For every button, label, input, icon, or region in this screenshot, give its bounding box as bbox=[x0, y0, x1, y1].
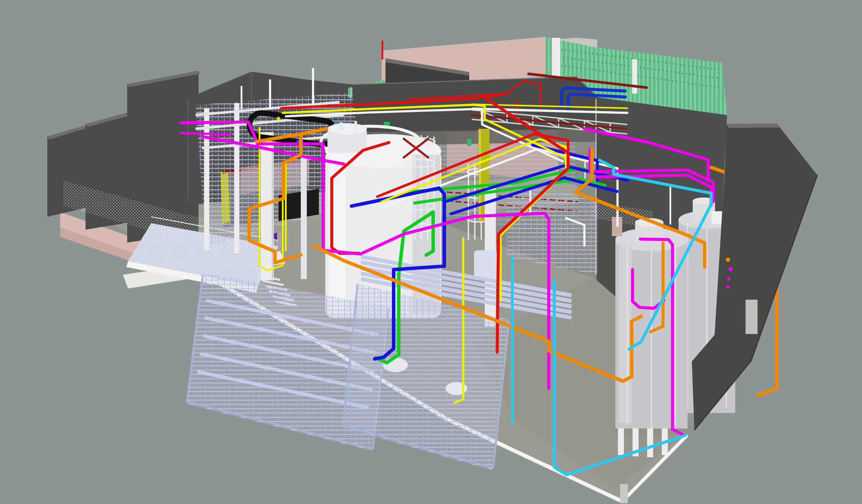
antenna-rod bbox=[312, 68, 314, 109]
small-drum bbox=[474, 250, 497, 280]
frame-column bbox=[204, 109, 209, 250]
magenta-wall-dot bbox=[727, 277, 731, 281]
antenna-rod bbox=[241, 86, 242, 109]
green-box-small bbox=[467, 139, 471, 146]
right-wall-bevel bbox=[726, 124, 779, 128]
yellow-dot bbox=[277, 117, 280, 120]
white-column-on-green-wall-2 bbox=[632, 59, 637, 94]
tank-b-motor bbox=[712, 211, 723, 224]
tank-a-highlight bbox=[619, 243, 632, 423]
3d-viewport[interactable] bbox=[0, 0, 862, 504]
magenta-wall-dot bbox=[728, 267, 733, 271]
antenna-rod bbox=[269, 79, 271, 109]
floor-edge-door bbox=[620, 484, 628, 503]
magenta-wall-dot bbox=[726, 285, 730, 288]
tank-cap-top bbox=[327, 123, 367, 134]
rod bbox=[669, 184, 671, 225]
orange-wall-dot bbox=[726, 258, 730, 262]
magenta-pipe-run bbox=[180, 133, 231, 134]
wall-door bbox=[746, 300, 758, 334]
white-column-2 bbox=[301, 155, 307, 279]
tank-nozzle bbox=[355, 121, 357, 130]
tank-nozzle bbox=[339, 122, 343, 130]
pump-motor bbox=[382, 357, 408, 373]
cad-render-canvas[interactable] bbox=[0, 0, 862, 504]
